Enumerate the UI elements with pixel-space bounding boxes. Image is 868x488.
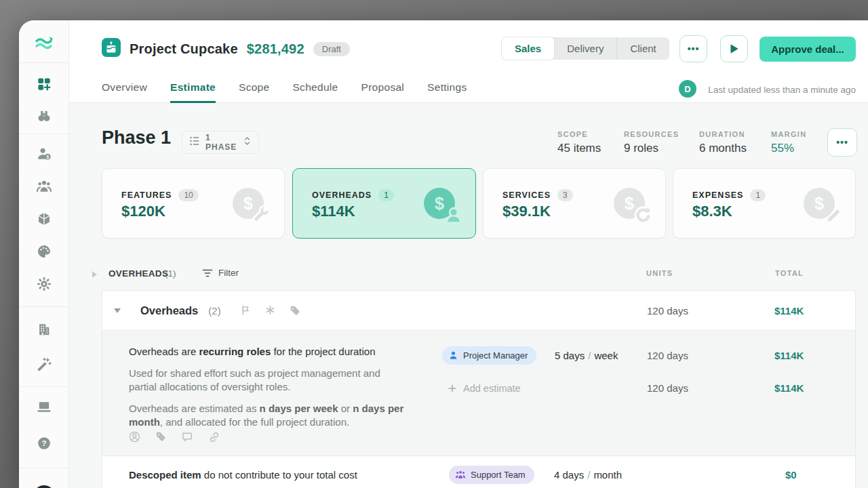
user-avatar-brand-icon[interactable] <box>33 485 56 488</box>
svg-text:$: $ <box>46 155 49 160</box>
phase-selector[interactable]: 1 PHASE <box>182 131 259 154</box>
tag-icon[interactable] <box>155 431 166 442</box>
filter-icon <box>202 268 213 278</box>
card-value: $114K <box>312 203 355 220</box>
project-header: Project Cupcake $281,492 Draft Sales Del… <box>69 20 868 103</box>
sidebar-divider <box>19 386 68 387</box>
stat-label: DURATION <box>699 130 747 138</box>
group-units: 120 days <box>647 291 688 330</box>
tab-overview[interactable]: Overview <box>102 81 147 103</box>
stat-value: 9 roles <box>624 142 679 155</box>
section-collapse-caret-icon[interactable] <box>92 271 97 278</box>
stat-value: 45 items <box>557 142 601 155</box>
sidebar: $ ? <box>19 20 69 488</box>
stat-label: MARGIN <box>771 130 806 138</box>
view-delivery[interactable]: Delivery <box>554 37 617 60</box>
column-header-units: UNITS <box>646 269 673 277</box>
assignee-icon[interactable] <box>129 431 140 443</box>
sidebar-divider <box>19 134 68 134</box>
sidebar-item-cube-icon[interactable] <box>36 211 52 227</box>
brand-logo-icon[interactable] <box>34 35 54 52</box>
team-icon <box>455 470 466 480</box>
tab-schedule[interactable]: Schedule <box>292 81 338 103</box>
descoped-total: $0 <box>785 466 797 484</box>
sidebar-item-projects-grid-plus-icon[interactable] <box>36 77 52 92</box>
group-expand-caret-icon[interactable] <box>114 308 121 313</box>
table-heading: OVERHEADS (1) Filter UNITS TOTAL <box>69 268 868 283</box>
page-title: Project Cupcake <box>130 41 238 57</box>
comment-icon[interactable] <box>181 431 193 443</box>
sidebar-item-person-dollar-icon[interactable]: $ <box>36 146 52 162</box>
tab-scope[interactable]: Scope <box>239 81 269 103</box>
group-action-icons <box>241 305 300 316</box>
estimate-rate[interactable]: 5 days/week <box>555 346 618 365</box>
sidebar-item-palette-icon[interactable] <box>36 244 52 260</box>
add-estimate-button[interactable]: Add estimate <box>448 379 521 397</box>
group-row[interactable]: Overheads (2) 120 days $114K <box>102 291 855 331</box>
descoped-info-row: Descoped item do not contribute to your … <box>102 456 855 488</box>
role-chip-support-team[interactable]: Support Team <box>449 466 534 484</box>
card-label: FEATURES <box>121 190 172 200</box>
estimate-content: Phase 1 1 PHASE SCOPE 45 items RESOURCES… <box>69 103 868 488</box>
project-total-amount: $281,492 <box>247 41 304 57</box>
overheads-description: Overheads are recurring roles for the pr… <box>129 345 406 437</box>
app-window: $ ? <box>19 20 868 488</box>
approve-deal-button[interactable]: Approve deal... <box>760 37 856 62</box>
tab-bar: Overview Estimate Scope Schedule Proposa… <box>102 81 467 103</box>
dollar-person-icon: $ <box>424 188 455 219</box>
link-icon[interactable] <box>208 431 220 443</box>
card-services[interactable]: SERVICES3 $39.1K $ <box>483 168 666 239</box>
status-badge: Draft <box>313 42 350 56</box>
stat-label: RESOURCES <box>624 130 679 138</box>
dollar-wrench-icon: $ <box>233 188 264 219</box>
plus-icon <box>448 384 457 393</box>
play-button[interactable] <box>720 35 748 62</box>
card-count-badge: 1 <box>750 189 766 201</box>
sidebar-item-team-icon[interactable] <box>36 179 52 195</box>
group-name: Overheads <box>140 304 198 317</box>
phase-title: Phase 1 <box>102 127 171 148</box>
sidebar-item-magic-wand-icon[interactable] <box>36 357 52 373</box>
view-sales[interactable]: Sales <box>502 37 554 60</box>
sidebar-item-gear-icon[interactable] <box>36 277 52 292</box>
sidebar-divider <box>19 306 68 307</box>
card-count-badge: 3 <box>557 189 573 201</box>
group-count: (2) <box>208 305 220 317</box>
stat-label: SCOPE <box>557 130 601 138</box>
sidebar-item-laptop-icon[interactable] <box>36 400 52 414</box>
sidebar-item-building-icon[interactable] <box>37 322 52 338</box>
avatar[interactable]: D <box>679 80 696 98</box>
flag-icon[interactable] <box>241 305 251 316</box>
filter-button[interactable]: Filter <box>202 268 239 278</box>
role-chip-label: Support Team <box>471 470 526 480</box>
sidebar-item-binoculars-icon[interactable] <box>36 108 52 124</box>
tab-estimate[interactable]: Estimate <box>170 81 216 103</box>
role-chip-project-manager[interactable]: Project Manager <box>442 346 536 365</box>
phase-more-button[interactable]: ••• <box>827 128 857 157</box>
card-features[interactable]: FEATURES10 $120K $ <box>102 168 285 239</box>
card-overheads[interactable]: OVERHEADS1 $114K $ <box>292 168 476 239</box>
dollar-refresh-icon: $ <box>614 188 645 219</box>
cake-icon <box>102 38 121 60</box>
card-expenses[interactable]: EXPENSES1 $8.3K $ <box>673 168 856 239</box>
sort-carets-icon <box>243 136 252 149</box>
tag-icon[interactable] <box>290 305 300 316</box>
tab-proposal[interactable]: Proposal <box>361 81 405 103</box>
stat-value: 55% <box>771 142 806 155</box>
stat-margin: MARGIN 55% <box>771 130 806 155</box>
view-client[interactable]: Client <box>617 37 669 60</box>
stat-resources: RESOURCES 9 roles <box>624 130 679 155</box>
main-area: Project Cupcake $281,492 Draft Sales Del… <box>69 20 868 488</box>
sidebar-item-help-icon[interactable]: ? <box>37 436 52 451</box>
card-value: $39.1K <box>502 203 551 220</box>
column-header-total: TOTAL <box>775 269 804 277</box>
header-more-button[interactable]: ••• <box>679 35 707 62</box>
tab-settings[interactable]: Settings <box>427 81 467 103</box>
asterisk-icon[interactable] <box>265 305 275 315</box>
person-icon <box>448 350 458 361</box>
estimate-total: $114K <box>774 346 804 365</box>
card-label: SERVICES <box>502 190 551 200</box>
sidebar-divider <box>19 468 68 468</box>
card-count-badge: 10 <box>178 189 198 201</box>
descoped-rate[interactable]: 4 days/month <box>554 466 622 484</box>
